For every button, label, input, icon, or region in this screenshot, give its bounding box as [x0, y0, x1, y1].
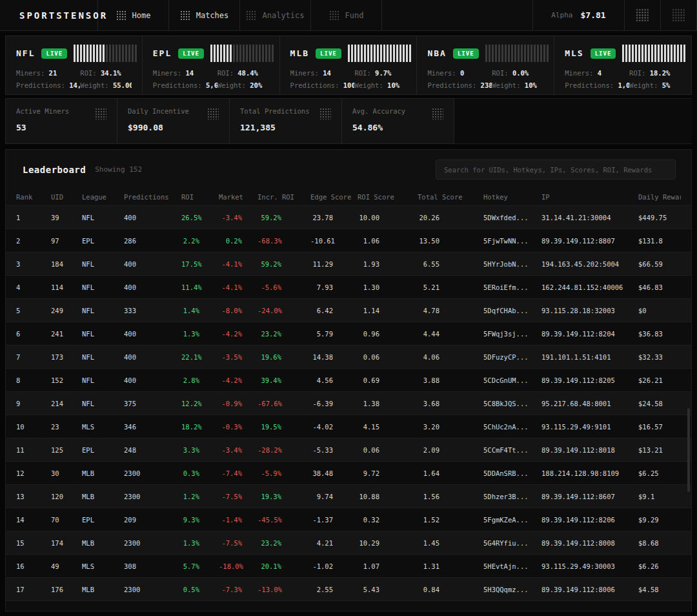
cell-market: -7.3%	[219, 586, 258, 593]
table-row[interactable]: 3184NFL40017.5%-4.1%59.2%11.291.936.555H…	[6, 252, 691, 275]
cell-incr_roi: -67.6%	[258, 400, 310, 407]
dot-grid-outline-icon	[672, 8, 685, 22]
cell-ip: 95.217.68.48:8001	[541, 400, 638, 407]
weight-value: 55.0000%	[113, 81, 132, 89]
column-header: Market	[219, 193, 258, 201]
cell-edge_score: -5.33	[310, 446, 358, 454]
gauge-bar	[361, 45, 363, 62]
roi-stat: ROI: 48.4%	[217, 69, 269, 77]
cell-rank: 14	[16, 516, 51, 524]
table-row[interactable]: 5249NFL3331.4%-8.0%-24.0%6.421.144.785Dq…	[6, 298, 691, 322]
gauge-bar	[243, 45, 245, 62]
weight-label: Weight:	[354, 81, 383, 89]
cell-daily_reward: $6.25	[638, 469, 681, 477]
gauge-bar	[80, 45, 82, 62]
cell-incr_roi: 20.1%	[258, 562, 310, 570]
gauge-bar	[629, 45, 631, 62]
next-row-partial	[6, 601, 691, 611]
cell-hotkey: 5H3QQqmz...	[483, 586, 541, 593]
cell-hotkey: 5CCmF4Tt...	[483, 446, 541, 454]
cell-predictions: 308	[124, 562, 181, 570]
gauge-bar	[90, 45, 92, 62]
table-row[interactable]: 7173NFL40022.1%-3.5%19.6%14.380.064.065D…	[6, 345, 691, 368]
cell-roi: 1.4%	[181, 307, 219, 314]
cell-roi: 11.4%	[181, 283, 219, 291]
table-row[interactable]: 17176MLB23000.5%-7.3%-13.0%2.555.430.845…	[6, 577, 691, 601]
cell-ip: 89.39.149.112:8607	[541, 493, 638, 500]
cell-rank: 9	[16, 400, 51, 407]
stats-row-filler	[454, 98, 692, 144]
miners-value: 0	[460, 69, 464, 77]
table-row[interactable]: 1649MLS3085.7%-18.0%20.1%-1.021.071.315H…	[6, 554, 691, 577]
miners-stat: Miners: 21	[16, 69, 80, 77]
cell-hotkey: 5DWxfded...	[483, 214, 541, 221]
table-row[interactable]: 1023MLS34618.2%-0.3%19.5%-4.024.153.205C…	[6, 415, 691, 438]
grid-dense-button[interactable]	[625, 0, 661, 30]
gauge-bar	[236, 45, 238, 62]
table-row[interactable]: 1230MLB23000.3%-7.4%-5.9%38.489.721.645D…	[6, 461, 691, 484]
nav-item-matches[interactable]: Matches	[169, 0, 240, 30]
cell-total_score: 6.55	[418, 260, 483, 268]
cell-uid: 184	[51, 260, 82, 268]
gauge-bar	[671, 45, 672, 62]
table-row[interactable]: 15174MLB23001.3%-7.5%23.2%4.2110.291.455…	[6, 531, 691, 554]
cell-predictions: 375	[124, 400, 181, 407]
gauge-bar	[377, 45, 379, 62]
cell-total_score: 20.26	[418, 214, 483, 221]
cell-edge_score: -1.37	[310, 516, 358, 524]
table-row[interactable]: 11125EPL2483.3%-3.4%-28.2%-5.330.062.095…	[6, 438, 691, 461]
table-row[interactable]: 297EPL2862.2%0.2%-68.3%-10.611.0613.505F…	[6, 229, 691, 252]
cell-market: -8.0%	[219, 307, 258, 314]
nav-item-analytics[interactable]: Analytics	[240, 0, 311, 30]
live-badge: LIVE	[453, 48, 479, 59]
cell-roi_score: 1.30	[358, 283, 418, 291]
league-name: MLS	[565, 48, 583, 58]
table-row[interactable]: 9214NFL37512.2%-0.9%-67.6%-6.391.383.685…	[6, 391, 691, 415]
table-row[interactable]: 1470EPL2099.3%-1.4%-45.5%-1.370.321.525F…	[6, 508, 691, 531]
roi-value: 18.2%	[650, 69, 671, 77]
cell-rank: 13	[16, 493, 51, 500]
gauge-bar	[358, 45, 359, 62]
nav-item-fund[interactable]: Fund	[311, 0, 382, 30]
search-input[interactable]	[436, 159, 676, 180]
predictions-value: 14,160	[69, 81, 80, 89]
activity-gauge	[485, 45, 549, 62]
cell-ip: 89.39.149.112:8205	[541, 376, 638, 384]
cell-daily_reward: $66.59	[638, 260, 681, 268]
cell-edge_score: 11.29	[310, 260, 358, 268]
predictions-stat: Predictions: 1,079	[565, 81, 629, 89]
cell-total_score: 4.06	[418, 353, 483, 361]
league-card-stats: Miners: 14ROI: 9.7%Predictions: 100,267W…	[290, 69, 407, 89]
cell-uid: 176	[51, 586, 82, 593]
cell-rank: 5	[16, 307, 51, 314]
roi-value: 34.1%	[101, 69, 121, 77]
grid-outline-button[interactable]	[661, 0, 697, 30]
cell-roi_score: 1.06	[358, 237, 418, 245]
column-header: Hotkey	[483, 193, 541, 201]
miners-label: Miners:	[290, 69, 319, 77]
cell-hotkey: 5DFuzyCP...	[483, 353, 541, 361]
table-row[interactable]: 13120MLB23001.2%-7.5%19.3%9.7410.881.565…	[6, 484, 691, 508]
table-row[interactable]: 139NFL40026.5%-3.4%59.2%23.7810.0020.265…	[6, 205, 691, 229]
gauge-bar	[547, 45, 549, 62]
table-row[interactable]: 4114NFL40011.4%-4.1%-5.6%7.931.305.215ER…	[6, 275, 691, 298]
cell-rank: 16	[16, 562, 51, 570]
gauge-bar	[268, 45, 270, 62]
column-header: ROI	[181, 193, 219, 201]
nav-item-home[interactable]: Home	[98, 0, 169, 30]
gauge-bar	[249, 45, 251, 62]
cell-edge_score: 14.38	[310, 353, 358, 361]
table-row[interactable]: 6241NFL4001.3%-4.2%23.2%5.790.964.445FWq…	[6, 322, 691, 345]
cell-hotkey: 5Dhzer3B...	[483, 493, 541, 500]
gauge-bar	[635, 45, 637, 62]
cell-roi_score: 9.72	[358, 469, 418, 477]
dot-grid-icon	[432, 108, 443, 119]
gauge-bar	[252, 45, 254, 62]
cell-market: -4.2%	[219, 330, 258, 338]
table-row[interactable]: 8152NFL4002.8%-4.2%39.4%4.560.693.885CDc…	[6, 368, 691, 391]
scrollbar-thumb[interactable]	[687, 408, 690, 492]
column-header: UID	[51, 193, 82, 201]
cell-roi: 22.1%	[181, 353, 219, 361]
gauge-bar	[135, 45, 137, 62]
cell-uid: 120	[51, 493, 82, 500]
